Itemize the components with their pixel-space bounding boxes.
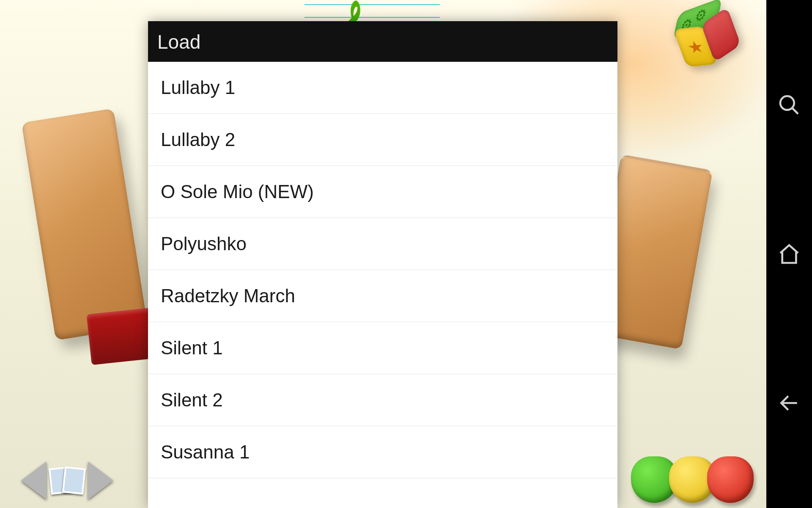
theme-thumbnails[interactable] bbox=[50, 467, 85, 494]
song-list-item[interactable]: Lullaby 2 bbox=[148, 114, 617, 166]
song-list-item[interactable]: Radetzky March bbox=[148, 270, 617, 322]
song-list-item[interactable]: Lullaby 1 bbox=[148, 62, 617, 114]
svg-line-1 bbox=[792, 108, 798, 114]
game-screen: 𝄞 ⚙ ⚙ ★ Load Lullaby 1 Lullaby 2 O Sole … bbox=[0, 0, 766, 508]
sound-picks bbox=[631, 456, 754, 503]
theme-switcher bbox=[21, 461, 113, 500]
song-list-item[interactable]: Silent 1 bbox=[148, 322, 617, 374]
xylophone-frame-left bbox=[22, 108, 148, 340]
system-nav-bar bbox=[766, 0, 812, 508]
song-list-item[interactable]: Silent 2 bbox=[148, 374, 617, 426]
theme-thumbnail bbox=[62, 467, 86, 495]
svg-point-0 bbox=[780, 96, 794, 110]
prev-theme-button[interactable] bbox=[21, 461, 47, 500]
song-list-item[interactable]: Susanna 1 bbox=[148, 426, 617, 478]
pick-red-button[interactable] bbox=[707, 456, 754, 503]
settings-cube-button[interactable]: ⚙ ⚙ ★ bbox=[668, 0, 744, 72]
home-icon[interactable] bbox=[777, 242, 801, 266]
dialog-title: Load bbox=[148, 21, 617, 62]
back-icon[interactable] bbox=[777, 391, 801, 415]
search-icon[interactable] bbox=[777, 93, 801, 117]
song-list[interactable]: Lullaby 1 Lullaby 2 O Sole Mio (NEW) Pol… bbox=[148, 62, 617, 508]
song-list-item[interactable]: Polyushko bbox=[148, 218, 617, 270]
song-list-item[interactable]: O Sole Mio (NEW) bbox=[148, 166, 617, 218]
next-theme-button[interactable] bbox=[88, 461, 113, 500]
load-dialog: Load Lullaby 1 Lullaby 2 O Sole Mio (NEW… bbox=[148, 21, 617, 508]
